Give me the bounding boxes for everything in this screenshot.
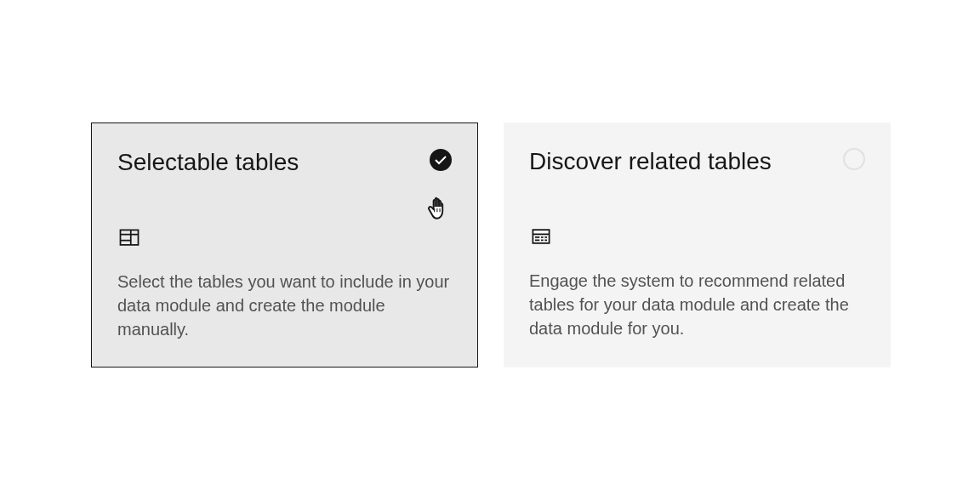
radio-unchecked-icon <box>843 148 865 170</box>
selectable-tables-card[interactable]: Selectable tables Select the tables you … <box>91 122 478 368</box>
card-title: Discover related tables <box>529 148 772 175</box>
table-icon <box>117 225 452 253</box>
svg-rect-5 <box>544 240 547 242</box>
svg-rect-0 <box>535 236 539 238</box>
svg-rect-4 <box>544 236 547 238</box>
card-description: Select the tables you want to include in… <box>117 270 452 341</box>
checkmark-filled-icon <box>430 149 452 171</box>
pointer-cursor-icon <box>424 194 453 226</box>
card-title: Selectable tables <box>117 149 299 176</box>
svg-rect-2 <box>541 236 544 238</box>
card-header: Discover related tables <box>529 148 865 175</box>
svg-rect-1 <box>535 240 539 242</box>
svg-rect-3 <box>541 240 544 242</box>
card-header: Selectable tables <box>117 149 452 176</box>
card-description: Engage the system to recommend related t… <box>529 269 865 340</box>
discover-related-tables-card[interactable]: Discover related tables Engage the syste… <box>504 122 891 368</box>
data-table-icon <box>529 225 865 252</box>
option-cards-container: Selectable tables Select the tables you … <box>91 122 891 368</box>
